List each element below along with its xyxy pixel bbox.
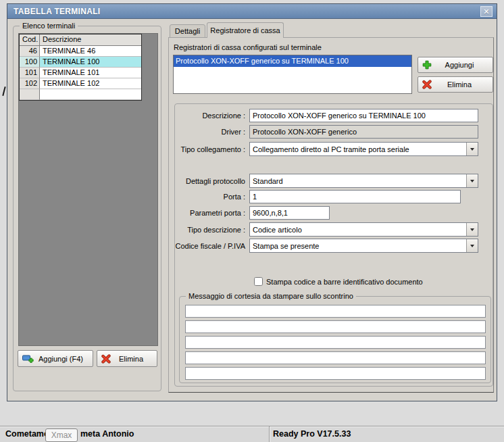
- dialog-titlebar[interactable]: TABELLA TERMINALI ✕: [7, 4, 497, 19]
- tab-dettagli-label: Dettagli: [175, 27, 200, 35]
- register-settings-groupbox: Descrizione : Driver : Tipo collegamento…: [174, 103, 493, 387]
- xmax-popup[interactable]: Xmax: [45, 428, 78, 442]
- add-icon: [422, 60, 432, 70]
- delete-icon: [422, 80, 432, 89]
- porta-label: Porta :: [175, 193, 249, 201]
- tipo-collegamento-label: Tipo collegamento :: [175, 145, 249, 153]
- table-row[interactable]: 101 TERMINALE 101: [20, 68, 141, 78]
- message-line-4-input[interactable]: [185, 351, 486, 364]
- tipo-descrizione-label: Tipo descrizione :: [175, 226, 249, 234]
- courtesy-message-label: Messaggio di cortesia da stampare sullo …: [186, 292, 356, 300]
- cell-desc[interactable]: TERMINALE 100: [40, 57, 141, 68]
- col-header-descrizione: Descrizione: [40, 34, 141, 46]
- message-line-5-input[interactable]: [185, 367, 486, 380]
- register-list-item-selected[interactable]: Protocollo XON-XOFF generico su TERMINAL…: [174, 55, 411, 67]
- descrizione-input[interactable]: [249, 109, 478, 122]
- delete-terminal-icon: [101, 354, 111, 364]
- tipo-collegamento-select[interactable]: Collegamento diretto al PC tramite porta…: [249, 142, 478, 156]
- driver-label: Driver :: [175, 128, 249, 136]
- chevron-down-icon[interactable]: [466, 239, 478, 252]
- cell-desc[interactable]: TERMINALE 46: [40, 46, 141, 57]
- terminals-group-label: Elenco terminali: [20, 22, 78, 30]
- tab-registratore-label: Registratore di cassa: [210, 26, 280, 34]
- statusbar-company-text-end: meta Antonio: [80, 429, 134, 439]
- close-icon: ✕: [483, 7, 490, 16]
- cell-desc: [40, 89, 141, 100]
- tipo-descrizione-value: Codice articolo: [250, 226, 466, 234]
- screen: TABELLA TERMINALI ✕ Elenco terminali Cod…: [0, 0, 504, 442]
- delete-terminal-label: Elimina: [114, 355, 153, 363]
- barcode-checkbox[interactable]: [254, 277, 263, 286]
- registers-listbox[interactable]: Protocollo XON-XOFF generico su TERMINAL…: [173, 55, 412, 94]
- table-header-row: Cod. Descrizione: [20, 34, 141, 46]
- delete-terminal-button[interactable]: Elimina: [97, 350, 157, 367]
- codice-fiscale-label: Codice fiscale / P.IVA: [175, 242, 249, 250]
- table-row-empty[interactable]: [20, 89, 141, 100]
- message-line-1-input[interactable]: [185, 305, 486, 318]
- chevron-down-icon[interactable]: [466, 174, 478, 187]
- xmax-popup-label: Xmax: [51, 431, 72, 440]
- tab-registratore-di-cassa[interactable]: Registratore di cassa: [207, 22, 284, 38]
- add-register-button[interactable]: Aggiungi: [418, 57, 493, 73]
- col-header-cod: Cod.: [20, 34, 40, 46]
- registers-list-label: Registratori di cassa configurati sul te…: [174, 43, 322, 51]
- message-line-2-input[interactable]: [185, 320, 486, 333]
- add-terminal-label: Aggiungi (F4): [37, 355, 89, 363]
- cell-cod[interactable]: 100: [20, 57, 40, 68]
- dialog-title: TABELLA TERMINALI: [14, 7, 100, 16]
- dettagli-protocollo-label: Dettagli protocollo: [175, 177, 249, 185]
- tipo-descrizione-select[interactable]: Codice articolo: [249, 222, 478, 237]
- descrizione-label: Descrizione :: [175, 112, 249, 120]
- codice-fiscale-select[interactable]: Stampa se presente: [249, 239, 478, 253]
- statusbar-divider: [269, 426, 270, 442]
- close-button[interactable]: ✕: [480, 6, 493, 17]
- tipo-collegamento-value: Collegamento diretto al PC tramite porta…: [250, 145, 466, 153]
- cell-cod[interactable]: 101: [20, 68, 40, 78]
- delete-register-button[interactable]: Elimina: [418, 76, 493, 93]
- table-row-selected[interactable]: 100 TERMINALE 100: [20, 57, 141, 68]
- table-row[interactable]: 46 TERMINALE 46: [20, 46, 141, 57]
- statusbar-version-text: Ready Pro V17.5.33: [273, 429, 351, 439]
- terminals-grid-area: Cod. Descrizione 46 TERMINALE 46 100 TER…: [18, 33, 158, 346]
- chevron-down-icon[interactable]: [466, 143, 478, 155]
- dialog-tabella-terminali: TABELLA TERMINALI ✕ Elenco terminali Cod…: [7, 3, 497, 401]
- terminals-table: Cod. Descrizione 46 TERMINALE 46 100 TER…: [19, 34, 142, 101]
- parametri-porta-label: Parametri porta :: [175, 209, 249, 217]
- chevron-down-icon[interactable]: [466, 223, 478, 236]
- message-line-3-input[interactable]: [185, 336, 486, 349]
- courtesy-message-groupbox: Messaggio di cortesia da stampare sullo …: [179, 296, 491, 383]
- add-terminal-icon: [22, 354, 34, 364]
- cell-cod[interactable]: 46: [20, 46, 40, 57]
- codice-fiscale-value: Stampa se presente: [250, 242, 466, 250]
- driver-field: [249, 125, 478, 139]
- cell-desc[interactable]: TERMINALE 101: [40, 68, 141, 78]
- statusbar-company-text-start: Cometamo: [5, 429, 49, 439]
- tab-dettagli[interactable]: Dettagli: [170, 24, 205, 38]
- cell-desc[interactable]: TERMINALE 102: [40, 78, 141, 89]
- barcode-checkbox-label: Stampa codice a barre identificativo doc…: [266, 278, 423, 286]
- register-tab-panel: Registratori di cassa configurati sul te…: [168, 37, 494, 393]
- add-register-label: Aggiungi: [434, 61, 488, 69]
- dettagli-protocollo-select[interactable]: Standard: [249, 174, 478, 188]
- delete-register-label: Elimina: [434, 80, 488, 89]
- cursor-artifact: [2, 87, 5, 96]
- table-row[interactable]: 102 TERMINALE 102: [20, 78, 141, 89]
- parametri-porta-input[interactable]: [249, 206, 330, 220]
- add-terminal-button[interactable]: Aggiungi (F4): [18, 350, 93, 367]
- cell-cod: [20, 89, 40, 100]
- cell-cod[interactable]: 102: [20, 78, 40, 89]
- porta-input[interactable]: [249, 190, 461, 203]
- dettagli-protocollo-value: Standard: [250, 177, 466, 185]
